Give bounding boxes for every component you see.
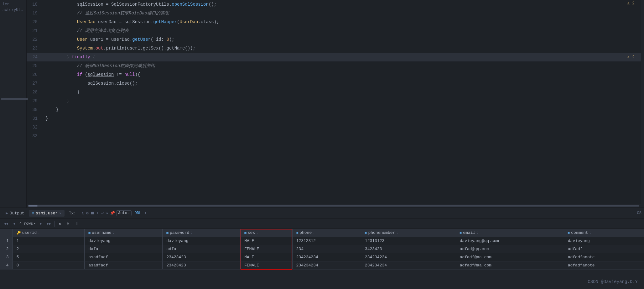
export-icon[interactable]: ⬆ <box>144 211 147 216</box>
next-page-btn[interactable]: ▶ <box>38 221 44 227</box>
col-name-phone: phone <box>299 230 312 235</box>
add-icon[interactable]: + <box>96 211 99 216</box>
cell-phonenumber-1[interactable]: 12313123 <box>361 237 456 245</box>
line-number-18: 18 <box>27 2 44 7</box>
rows-selector[interactable]: 4 rows ▾ <box>19 222 36 226</box>
first-page-btn[interactable]: ◀◀ <box>3 221 9 227</box>
col-header-userid[interactable]: 🔑userid : <box>13 229 85 237</box>
cell-userid-2[interactable]: 2 <box>13 245 85 253</box>
col-header-password[interactable]: ▣password : <box>163 229 241 237</box>
cell-comment-4[interactable]: adfadfanote <box>564 261 644 270</box>
right-scrollbar[interactable] <box>641 0 644 208</box>
line-number-25: 25 <box>27 63 44 68</box>
line-number-28: 28 <box>27 90 44 95</box>
col-header-phone[interactable]: ▣phone : <box>292 229 361 237</box>
cell-sex-3[interactable]: MALE <box>241 253 292 261</box>
redo-icon[interactable]: ↪ <box>106 211 108 216</box>
cell-password-2[interactable]: adfa <box>163 245 241 253</box>
reload-btn[interactable]: ↻ <box>57 221 63 227</box>
db-table-icon: ⊞ <box>32 211 34 216</box>
tab-close-btn[interactable]: ✕ <box>59 211 61 215</box>
cell-email-3[interactable]: adfadf@aa.com <box>456 253 564 261</box>
cell-phone-1[interactable]: 12312312 <box>292 237 361 245</box>
code-line-26: 26 if (sqlSession != null){ <box>27 70 641 79</box>
code-line-25: 25 // 确保SqlSession在操作完成后关闭 <box>27 61 641 70</box>
db-toolbar: ◀◀ ◀ 4 rows ▾ ▶ ▶▶ ↻ ⊕ ⏸ <box>0 219 644 229</box>
cell-comment-3[interactable]: adfadfanote <box>564 253 644 261</box>
pin-icon[interactable]: 📌 <box>110 211 115 216</box>
settings-icon[interactable]: ⚙ <box>86 211 89 216</box>
col-header-email[interactable]: ▣email : <box>456 229 564 237</box>
sort-icon-sex[interactable]: : <box>256 231 258 234</box>
sort-icon-username[interactable]: : <box>112 231 114 234</box>
cell-sex-2[interactable]: FEMALE <box>241 245 292 253</box>
cell-password-1[interactable]: davieyang <box>163 237 241 245</box>
col-header-username[interactable]: ▣username : <box>85 229 163 237</box>
cell-phone-4[interactable]: 234234234 <box>292 261 361 270</box>
cell-phonenumber-3[interactable]: 234234234 <box>361 253 456 261</box>
cell-email-2[interactable]: adfad@qq.com <box>456 245 564 253</box>
tab-ssm1-user[interactable]: ⊞ ssm1.user ✕ <box>29 210 65 217</box>
col-header-phonenumber[interactable]: ▣phonenumber : <box>361 229 456 237</box>
last-page-btn[interactable]: ▶▶ <box>46 221 52 227</box>
sort-icon-phone[interactable]: : <box>313 231 315 234</box>
table-row: 48asadfadf23423423FEMALE2342342342342342… <box>0 261 644 270</box>
cell-username-3[interactable]: asadfadf <box>85 253 163 261</box>
sort-icon-password[interactable]: : <box>190 231 192 234</box>
refresh-icon[interactable]: ↻ <box>82 211 84 216</box>
pause-btn[interactable]: ⏸ <box>73 221 80 227</box>
cell-phonenumber-4[interactable]: 234234234 <box>361 261 456 270</box>
col-header-comment[interactable]: ▣comment : <box>564 229 644 237</box>
cell-comment-2[interactable]: adfadf <box>564 245 644 253</box>
cell-email-4[interactable]: adfadf@aa.com <box>456 261 564 270</box>
cell-email-1[interactable]: davieyang@qq.com <box>456 237 564 245</box>
scrollbar-track[interactable] <box>28 205 639 207</box>
code-line-27: 27 sqlSession.close(); <box>27 79 641 88</box>
sort-icon-comment[interactable]: : <box>589 231 591 234</box>
row-number-4: 4 <box>0 261 13 270</box>
line-content-27: sqlSession.close(); <box>44 81 138 86</box>
tx-mode-selector[interactable]: Auto ▾ <box>116 210 132 216</box>
cell-username-1[interactable]: davieyang <box>85 237 163 245</box>
col-name-phonenumber: phonenumber <box>368 230 395 235</box>
code-line-31: 31} <box>27 114 641 123</box>
tab-tx[interactable]: Tx: <box>66 210 79 217</box>
stop-icon[interactable]: ⏹ <box>91 211 95 216</box>
cell-sex-4[interactable]: FEMALE <box>241 261 292 270</box>
cell-comment-1[interactable]: davieyang <box>564 237 644 245</box>
row-num-header <box>0 229 13 237</box>
cell-sex-1[interactable]: MALE <box>241 237 292 245</box>
filter-btn[interactable]: ⊕ <box>65 221 70 227</box>
tab-output[interactable]: ▶ Output <box>3 210 28 217</box>
cell-phone-3[interactable]: 234234234 <box>292 253 361 261</box>
cell-username-2[interactable]: dafa <box>85 245 163 253</box>
line-content-25: // 确保SqlSession在操作完成后关闭 <box>44 63 155 69</box>
data-table-container[interactable]: 🔑userid :▣username :▣password :▣sex :▣ph… <box>0 229 644 289</box>
cell-userid-4[interactable]: 8 <box>13 261 85 270</box>
undo-icon[interactable]: ↩ <box>101 211 104 216</box>
scrollbar-thumb[interactable] <box>28 205 38 207</box>
cell-userid-1[interactable]: 1 <box>13 237 85 245</box>
line-number-22: 22 <box>27 37 44 42</box>
tab-ssm1-user-label: ssm1.user <box>36 211 58 216</box>
sort-icon-phonenumber[interactable]: : <box>396 231 398 234</box>
col-icon: ▣ <box>460 231 462 235</box>
sort-icon-userid[interactable]: : <box>38 231 40 234</box>
code-lines: 18 sqlSession = SqlSessionFactoryUtils.o… <box>27 0 641 204</box>
line-number-33: 33 <box>27 134 44 139</box>
cell-password-3[interactable]: 23423423 <box>163 253 241 261</box>
cell-userid-3[interactable]: 5 <box>13 253 85 261</box>
col-name-username: username <box>92 230 111 235</box>
cell-phonenumber-2[interactable]: 3423423 <box>361 245 456 253</box>
ddl-button[interactable]: DDL <box>133 210 143 216</box>
cell-password-4[interactable]: 23423423 <box>163 261 241 270</box>
cell-username-4[interactable]: asadfadf <box>85 261 163 270</box>
sidebar-item-1: ler <box>0 2 26 7</box>
editor-scrollbar[interactable] <box>27 204 641 208</box>
row-number-2: 2 <box>0 245 13 253</box>
line-number-26: 26 <box>27 72 44 77</box>
col-header-sex[interactable]: ▣sex : <box>241 229 292 237</box>
cell-phone-2[interactable]: 234 <box>292 245 361 253</box>
prev-page-btn[interactable]: ◀ <box>11 221 17 227</box>
sort-icon-email[interactable]: : <box>476 231 478 234</box>
